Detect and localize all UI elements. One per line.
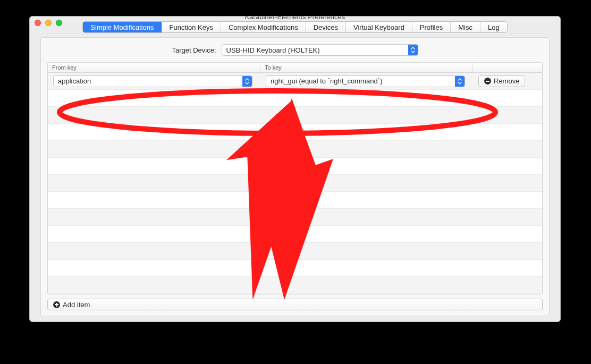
tab-devices[interactable]: Devices bbox=[306, 22, 346, 32]
tab-simple-modifications[interactable]: Simple Modifications bbox=[83, 22, 162, 32]
tab-function-keys[interactable]: Function Keys bbox=[162, 22, 221, 32]
add-item-button[interactable]: Add item bbox=[47, 299, 543, 310]
table-row-empty bbox=[48, 107, 542, 124]
content-panel: Target Device: USB-HID Keyboard (HOLTEK)… bbox=[40, 37, 550, 316]
window-title: Karabiner-Elements Preferences bbox=[30, 16, 560, 21]
target-device-label: Target Device: bbox=[172, 46, 216, 54]
tab-profiles[interactable]: Profiles bbox=[412, 22, 451, 32]
tab-virtual-keyboard[interactable]: Virtual Keyboard bbox=[346, 22, 412, 32]
minimize-icon[interactable] bbox=[45, 20, 52, 26]
column-from: From key bbox=[48, 63, 260, 72]
table-row-empty bbox=[48, 175, 542, 192]
plus-icon bbox=[53, 301, 60, 308]
table-row-empty bbox=[48, 226, 542, 243]
table-row-empty bbox=[48, 158, 542, 175]
select-value: application bbox=[54, 77, 242, 85]
chevron-up-down-icon bbox=[455, 76, 465, 87]
table-row-empty bbox=[48, 124, 542, 141]
target-device-row: Target Device: USB-HID Keyboard (HOLTEK) bbox=[47, 44, 543, 56]
tab-log[interactable]: Log bbox=[480, 22, 507, 32]
titlebar: Karabiner-Elements Preferences bbox=[30, 16, 560, 17]
tab-misc[interactable]: Misc bbox=[451, 22, 480, 32]
target-device-select[interactable]: USB-HID Keyboard (HOLTEK) bbox=[222, 44, 418, 56]
add-item-label: Add item bbox=[63, 301, 90, 309]
table-header: From key To key bbox=[48, 63, 542, 73]
minus-icon bbox=[484, 78, 491, 84]
to-key-select[interactable]: right_gui (equal to `right_command`) bbox=[266, 75, 465, 87]
chevron-up-down-icon bbox=[408, 45, 418, 55]
column-to: To key bbox=[260, 63, 473, 72]
remove-button[interactable]: Remove bbox=[478, 75, 525, 87]
chevron-up-down-icon bbox=[242, 76, 252, 87]
window-controls bbox=[35, 20, 62, 26]
table-row-empty bbox=[48, 209, 542, 226]
modifications-table: From key To key applicationright_gui (eq… bbox=[47, 62, 543, 294]
table-row-empty bbox=[48, 277, 542, 294]
target-device-value: USB-HID Keyboard (HOLTEK) bbox=[222, 46, 408, 54]
table-row-empty bbox=[48, 141, 542, 158]
select-value: right_gui (equal to `right_command`) bbox=[266, 77, 455, 85]
column-actions bbox=[473, 63, 542, 72]
table-row-empty bbox=[48, 192, 542, 209]
preferences-window: Karabiner-Elements Preferences Simple Mo… bbox=[29, 16, 561, 322]
from-key-select[interactable]: application bbox=[53, 75, 252, 87]
table-row: applicationright_gui (equal to `right_co… bbox=[48, 73, 542, 90]
tab-complex-modifications[interactable]: Complex Modifications bbox=[221, 22, 306, 32]
table-row-empty bbox=[48, 260, 542, 277]
table-row-empty bbox=[48, 90, 542, 107]
table-row-empty bbox=[48, 243, 542, 260]
close-icon[interactable] bbox=[35, 20, 41, 26]
remove-label: Remove bbox=[494, 77, 519, 85]
zoom-icon[interactable] bbox=[56, 20, 62, 26]
